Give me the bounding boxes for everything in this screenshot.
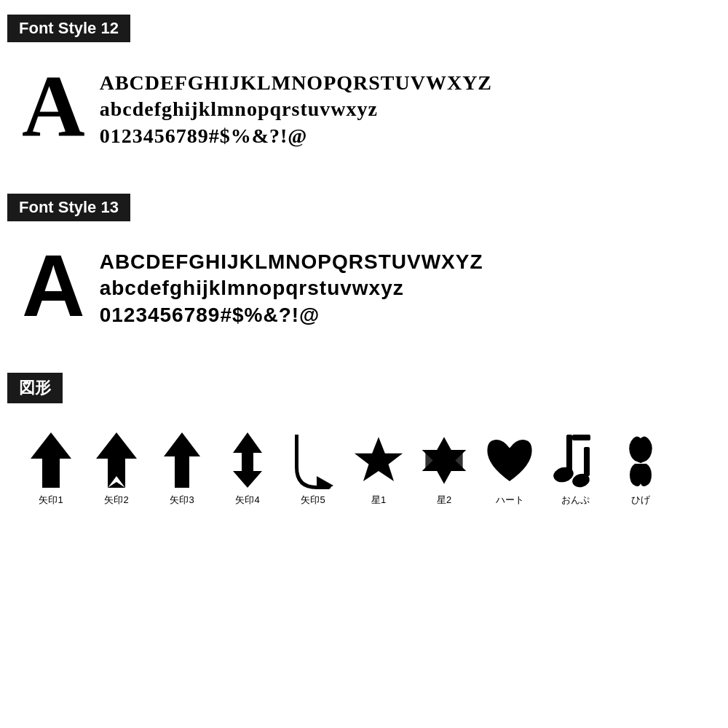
svg-rect-11 <box>572 435 590 440</box>
shapes-header: 図形 <box>7 373 63 403</box>
font-style-13-row-1: ABCDEFGHIJKLMNOPQRSTUVWXYZ <box>100 249 483 275</box>
shape-arrow1: 矢印1 <box>22 431 80 507</box>
svg-marker-6 <box>355 437 403 481</box>
font-style-12-demo: A ABCDEFGHIJKLMNOPQRSTUVWXYZ abcdefghijk… <box>7 55 721 172</box>
font-style-12-big-letter: A <box>22 63 85 150</box>
arrow4-icon <box>222 431 273 489</box>
font-style-12-row-2: abcdefghijklmnopqrstuvwxyz <box>100 96 492 122</box>
font-style-13-header: Font Style 13 <box>7 194 130 221</box>
shape-mustache: ひげ <box>612 431 670 507</box>
font-style-13-demo: A ABCDEFGHIJKLMNOPQRSTUVWXYZ abcdefghijk… <box>7 234 721 351</box>
star1-icon <box>353 431 404 489</box>
shape-arrow2: 矢印2 <box>87 431 146 507</box>
shape-heart: ハート <box>480 431 539 507</box>
star1-label: 星1 <box>371 494 386 507</box>
music-icon <box>550 431 601 489</box>
font-style-12-row-3: 0123456789#$%&?!@ <box>100 123 492 149</box>
shape-star2: 星2 <box>415 431 473 507</box>
arrow5-label: 矢印5 <box>301 494 325 507</box>
svg-rect-10 <box>566 435 572 471</box>
font-style-13-charset: ABCDEFGHIJKLMNOPQRSTUVWXYZ abcdefghijklm… <box>100 242 483 328</box>
shapes-section: 図形 矢印1 矢印2 <box>7 373 721 514</box>
arrow2-label: 矢印2 <box>104 494 128 507</box>
star2-label: 星2 <box>437 494 451 507</box>
star2-icon <box>419 431 470 489</box>
font-style-13-big-letter: A <box>22 242 85 329</box>
arrow3-label: 矢印3 <box>170 494 194 507</box>
svg-marker-5 <box>317 476 333 489</box>
shape-arrow5: 矢印5 <box>284 431 342 507</box>
arrow5-icon <box>288 431 339 489</box>
font-style-12-charset: ABCDEFGHIJKLMNOPQRSTUVWXYZ abcdefghijklm… <box>100 63 492 149</box>
font-style-12-row-1: ABCDEFGHIJKLMNOPQRSTUVWXYZ <box>100 70 492 96</box>
font-style-12-header: Font Style 12 <box>7 15 130 42</box>
arrow1-icon <box>25 431 76 489</box>
arrow3-icon <box>157 431 207 489</box>
shape-arrow3: 矢印3 <box>153 431 211 507</box>
arrow1-label: 矢印1 <box>39 494 63 507</box>
arrow4-label: 矢印4 <box>235 494 259 507</box>
shapes-grid: 矢印1 矢印2 矢印3 <box>7 416 721 514</box>
page: Font Style 12 A ABCDEFGHIJKLMNOPQRSTUVWX… <box>0 0 728 529</box>
music-label: おんぷ <box>561 494 590 507</box>
font-style-13-section: Font Style 13 A ABCDEFGHIJKLMNOPQRSTUVWX… <box>7 194 721 351</box>
font-style-13-row-2: abcdefghijklmnopqrstuvwxyz <box>100 275 483 301</box>
arrow2-icon <box>91 431 142 489</box>
mustache-label: ひげ <box>631 494 650 507</box>
svg-rect-13 <box>584 447 590 476</box>
svg-marker-4 <box>233 432 262 488</box>
shape-star1: 星1 <box>349 431 408 507</box>
svg-marker-9 <box>425 451 462 468</box>
font-style-13-row-3: 0123456789#$%&?!@ <box>100 302 483 328</box>
heart-label: ハート <box>496 494 524 507</box>
shape-arrow4: 矢印4 <box>218 431 277 507</box>
shape-music: おんぷ <box>546 431 604 507</box>
heart-icon <box>484 431 535 489</box>
svg-marker-0 <box>31 432 71 488</box>
font-style-12-section: Font Style 12 A ABCDEFGHIJKLMNOPQRSTUVWX… <box>7 15 721 172</box>
svg-marker-3 <box>164 432 200 488</box>
mustache-icon <box>615 431 666 489</box>
